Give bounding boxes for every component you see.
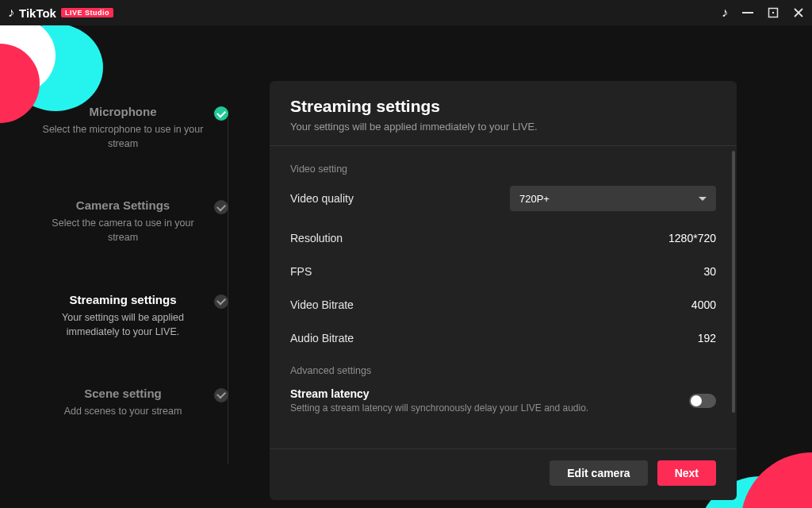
step-scene-setting[interactable]: Scene setting Add scenes to your stream [40, 387, 230, 418]
svg-point-1 [772, 12, 774, 13]
video-quality-label: Video quality [290, 192, 354, 205]
step-desc: Select the camera to use in your stream [40, 216, 206, 244]
audio-bitrate-value: 192 [698, 332, 716, 344]
window-minimize-button[interactable] [742, 12, 753, 13]
row-audio-bitrate: Audio Bitrate 192 [290, 332, 716, 344]
step-title: Camera Settings [40, 198, 206, 212]
toggle-knob [691, 395, 702, 406]
stream-latency-toggle[interactable] [689, 394, 716, 408]
row-video-quality: Video quality 720P+ [290, 186, 716, 211]
step-pending-icon [214, 200, 228, 214]
panel-subtitle: Your settings will be applied immediatel… [290, 121, 716, 133]
stream-latency-title: Stream latency [290, 387, 588, 400]
step-desc: Select the microphone to use in your str… [40, 122, 206, 151]
step-streaming-settings[interactable]: Streaming settings Your settings will be… [40, 293, 230, 339]
step-desc: Your settings will be applied immediatel… [40, 310, 206, 339]
step-title: Scene setting [40, 387, 206, 400]
wizard-sidebar: Microphone Select the microphone to use … [0, 25, 230, 508]
scrollbar[interactable] [732, 151, 735, 413]
step-pending-icon [214, 388, 228, 402]
row-stream-latency: Stream latency Setting a stream latency … [290, 387, 716, 414]
row-fps: FPS 30 [290, 265, 716, 278]
row-video-bitrate: Video Bitrate 4000 [290, 298, 716, 311]
step-desc: Add scenes to your stream [40, 404, 206, 418]
stream-latency-desc: Setting a stream latency will synchronou… [290, 402, 588, 414]
tiktok-mini-logo-icon: ♪ [722, 6, 728, 20]
resolution-label: Resolution [290, 232, 343, 244]
panel-title: Streaming settings [290, 97, 716, 116]
fps-value: 30 [703, 265, 716, 278]
window-maximize-button[interactable] [768, 7, 779, 18]
step-complete-icon [214, 106, 228, 121]
step-pending-icon [214, 294, 228, 309]
edit-camera-button[interactable]: Edit camera [550, 460, 647, 486]
app-brand: ♪ TikTok LIVE Studio [8, 6, 113, 20]
step-title: Streaming settings [40, 293, 206, 306]
video-quality-select[interactable]: 720P+ [510, 186, 716, 211]
window-close-button[interactable] [793, 7, 804, 18]
audio-bitrate-label: Audio Bitrate [290, 332, 354, 344]
settings-panel: Streaming settings Your settings will be… [270, 81, 737, 500]
video-bitrate-value: 4000 [691, 298, 716, 311]
section-video-setting: Video setting [290, 164, 716, 175]
step-camera-settings[interactable]: Camera Settings Select the camera to use… [40, 198, 230, 244]
step-microphone[interactable]: Microphone Select the microphone to use … [40, 105, 230, 151]
step-title: Microphone [40, 105, 206, 118]
app-name: TikTok [19, 6, 56, 20]
next-button[interactable]: Next [657, 460, 716, 486]
fps-label: FPS [290, 265, 312, 278]
section-advanced-settings: Advanced settings [290, 365, 716, 376]
title-bar: ♪ TikTok LIVE Studio ♪ [0, 0, 812, 25]
resolution-value: 1280*720 [668, 232, 716, 244]
tiktok-logo-icon: ♪ [8, 6, 14, 20]
chevron-down-icon [699, 197, 707, 201]
row-resolution: Resolution 1280*720 [290, 232, 716, 244]
app-tag: LIVE Studio [61, 8, 113, 17]
video-bitrate-label: Video Bitrate [290, 298, 354, 311]
video-quality-value: 720P+ [519, 193, 550, 205]
